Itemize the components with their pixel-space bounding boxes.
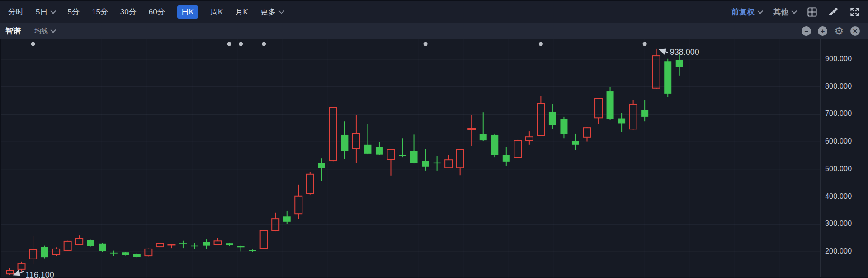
candle[interactable]: [468, 115, 475, 146]
period-tab-8[interactable]: 月K: [235, 7, 248, 17]
event-dot[interactable]: [539, 42, 543, 46]
period-tab-9[interactable]: 更多: [260, 7, 283, 17]
candle[interactable]: [18, 262, 25, 272]
candle[interactable]: [549, 104, 556, 129]
candle[interactable]: [330, 107, 337, 161]
event-dot[interactable]: [424, 42, 428, 46]
chevron-down-icon: [51, 8, 57, 14]
candle[interactable]: [664, 59, 671, 97]
period-tabs: 分时5日5分15分30分60分日K周K月K更多: [8, 5, 283, 19]
candle[interactable]: [595, 98, 602, 124]
candle[interactable]: [214, 238, 222, 245]
candle[interactable]: [514, 140, 521, 158]
period-tab-label: 60分: [149, 7, 165, 17]
fullscreen-icon[interactable]: [849, 7, 860, 17]
candle[interactable]: [641, 100, 648, 121]
candle[interactable]: [237, 246, 245, 252]
candle[interactable]: [295, 185, 302, 219]
zoom-in-icon[interactable]: +: [818, 26, 827, 36]
candle[interactable]: [307, 172, 314, 195]
candle[interactable]: [41, 246, 48, 259]
candle[interactable]: [156, 243, 164, 247]
brush-icon[interactable]: [828, 7, 839, 17]
event-dot[interactable]: [643, 42, 647, 46]
period-tab-7[interactable]: 周K: [210, 7, 223, 17]
candle[interactable]: [376, 142, 383, 155]
candle[interactable]: [87, 240, 94, 247]
candle[interactable]: [480, 112, 487, 141]
candle[interactable]: [537, 96, 544, 136]
event-dot[interactable]: [31, 42, 35, 46]
period-tab-0[interactable]: 分时: [8, 7, 24, 17]
candle[interactable]: [203, 239, 210, 249]
candle[interactable]: [560, 117, 567, 138]
other-dropdown[interactable]: 其他: [773, 7, 796, 17]
candle[interactable]: [584, 127, 591, 142]
candlestick-chart[interactable]: 938.000116.100 900.000800.000700.000600.…: [0, 39, 868, 278]
price-tick-label: 500.000: [825, 165, 852, 173]
price-tick-label: 300.000: [825, 220, 852, 228]
candle[interactable]: [364, 124, 371, 154]
candle[interactable]: [653, 49, 660, 89]
candle[interactable]: [64, 241, 71, 251]
candle[interactable]: [607, 87, 614, 120]
candle[interactable]: [353, 115, 360, 163]
period-tab-3[interactable]: 15分: [92, 7, 108, 17]
period-tab-4[interactable]: 30分: [120, 7, 137, 17]
period-tab-label: 15分: [92, 7, 108, 17]
candle[interactable]: [318, 158, 325, 181]
candle[interactable]: [168, 244, 175, 248]
candle[interactable]: [445, 155, 452, 168]
candle[interactable]: [272, 213, 279, 231]
other-label: 其他: [773, 7, 788, 17]
grid-layout-icon[interactable]: [807, 7, 817, 17]
stock-chart-window: 分时5日5分15分30分60分日K周K月K更多 前复权 其他: [0, 0, 868, 278]
candle[interactable]: [260, 230, 268, 249]
period-tab-label: 周K: [210, 7, 223, 17]
price-axis: 900.000800.000700.000600.000500.000400.0…: [820, 39, 868, 277]
max-annotation-arrow: [660, 50, 668, 53]
candle[interactable]: [422, 149, 429, 171]
period-tab-5[interactable]: 60分: [149, 7, 165, 17]
adjust-mode-dropdown[interactable]: 前复权: [731, 7, 762, 17]
candle[interactable]: [133, 253, 141, 258]
symbol-name: 智谱: [5, 26, 21, 36]
candle[interactable]: [526, 131, 533, 145]
candle[interactable]: [387, 149, 394, 176]
symbol-bar: 智谱 均线 − + ⚙ ✕: [0, 23, 868, 39]
candle[interactable]: [283, 211, 291, 224]
period-tab-label: 5分: [67, 7, 79, 17]
event-dot[interactable]: [227, 42, 231, 46]
candle[interactable]: [179, 241, 187, 248]
candle[interactable]: [572, 134, 579, 150]
candle[interactable]: [75, 235, 83, 245]
candle[interactable]: [6, 268, 14, 275]
settings-icon[interactable]: ⚙: [834, 26, 844, 36]
candle[interactable]: [122, 252, 129, 256]
price-tick-label: 400.000: [825, 192, 852, 201]
chart-canvas[interactable]: 938.000116.100: [1, 39, 868, 278]
price-tick-label: 800.000: [825, 82, 852, 91]
event-dot[interactable]: [262, 42, 266, 46]
candle[interactable]: [491, 134, 498, 157]
candle[interactable]: [410, 134, 418, 163]
candle[interactable]: [226, 243, 233, 246]
candle[interactable]: [618, 113, 625, 132]
period-tab-label: 月K: [235, 7, 248, 17]
candle[interactable]: [110, 251, 118, 256]
candle[interactable]: [29, 236, 37, 264]
period-tab-1[interactable]: 5日: [36, 7, 55, 17]
candle[interactable]: [341, 121, 348, 159]
event-dot[interactable]: [239, 42, 243, 46]
period-tab-6[interactable]: 日K: [177, 5, 198, 19]
candle[interactable]: [145, 249, 152, 257]
candle[interactable]: [99, 243, 106, 252]
candle[interactable]: [434, 156, 441, 171]
candle[interactable]: [399, 138, 406, 157]
close-icon[interactable]: ✕: [850, 26, 860, 36]
candle[interactable]: [630, 100, 637, 129]
zoom-out-icon[interactable]: −: [802, 26, 811, 36]
ma-dropdown[interactable]: 均线: [34, 27, 55, 35]
period-tab-2[interactable]: 5分: [67, 7, 79, 17]
candle[interactable]: [457, 149, 464, 175]
